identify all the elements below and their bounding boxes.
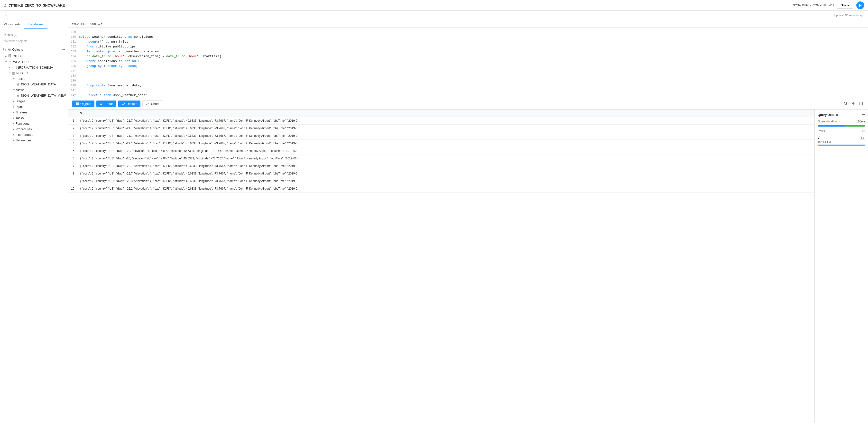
- filter-icon[interactable]: [4, 13, 8, 18]
- code-line-137: 137: [68, 69, 868, 73]
- table-row: 6{ "coco": 2, "country": "US", "dwpt": -…: [68, 155, 814, 162]
- all-objects-label: All Objects: [3, 48, 23, 51]
- chevron-right-icon: ▶: [5, 55, 7, 57]
- procedures-label: Procedures: [16, 127, 32, 131]
- query-details-menu-icon[interactable]: ···: [862, 113, 865, 117]
- fill-progress-inner: [817, 145, 865, 146]
- sidebar-item-pipes[interactable]: ▶ Pipes: [0, 104, 68, 110]
- objects-button[interactable]: Objects: [72, 100, 94, 107]
- download-icon[interactable]: [850, 100, 856, 107]
- app-title-text: CITIBIKE_ZERO_TO_SNOWFLAKE: [8, 3, 65, 7]
- share-button[interactable]: Share: [837, 2, 854, 8]
- tab-databases[interactable]: Databases: [24, 20, 47, 29]
- sidebar-item-stages[interactable]: ▶ Stages: [0, 98, 68, 104]
- query-duration-row: Query duration 165ms: [817, 120, 865, 123]
- chevron-right-icon-procedures: ▶: [13, 128, 14, 130]
- results-table-container[interactable]: V ··· 1{ "coco": 2, "country": "US", "dw…: [68, 110, 814, 423]
- query-details-title: Query Details: [817, 113, 838, 117]
- chevron-right-icon-functions: ▶: [13, 122, 14, 125]
- col-v-name: V { }: [817, 136, 865, 140]
- code-line-132: 132 from citibike.public.trips: [68, 44, 868, 49]
- table-row: 8{ "coco": 2, "country": "US", "dwpt": -…: [68, 170, 814, 177]
- warehouse-label: COMPUTE_WH: [813, 4, 834, 7]
- sidebar-item-streams[interactable]: ▶ Streams: [0, 110, 68, 115]
- sidebar-item-information-schema[interactable]: ▶ ◫ INFORMATION_SCHEMA: [0, 65, 68, 70]
- results-icon: [122, 102, 125, 105]
- all-objects-menu-icon[interactable]: ···: [62, 47, 65, 52]
- chevron-right-icon-stages: ▶: [13, 100, 14, 102]
- sidebar-item-json-weather-data-view[interactable]: ▦ JSON_WEATHER_DATA_VIEW: [0, 93, 68, 98]
- table-row: 2{ "coco": 2, "country": "US", "dwpt": -…: [68, 125, 814, 132]
- chart-icon: [146, 102, 150, 105]
- dropdown-chevron-icon[interactable]: ▾: [66, 4, 68, 7]
- user-dot: [810, 5, 811, 6]
- duration-value: 165ms: [856, 120, 865, 123]
- play-icon: [859, 4, 862, 7]
- topbar: ⌂ CITIBIKE_ZERO_TO_SNOWFLAKE ▾ SYSADMIN …: [0, 0, 868, 11]
- svg-point-13: [844, 102, 846, 104]
- sidebar-item-sequences[interactable]: ▶ Sequences: [0, 138, 68, 143]
- chevron-right-icon-file-formats: ▶: [13, 133, 14, 136]
- sidebar-item-public[interactable]: ▼ ◫ PUBLIC: [0, 70, 68, 76]
- database-icon: 🗄: [8, 54, 11, 58]
- column-menu-icon[interactable]: ···: [809, 112, 811, 115]
- chart-button[interactable]: Chart: [143, 100, 162, 107]
- rows-row: Rows 10: [817, 129, 865, 133]
- view-icon: ▦: [17, 94, 19, 97]
- row-value: { "coco": 2, "country": "US", "dwpt": -2…: [77, 125, 814, 132]
- row-value: { "coco": 2, "country": "US", "dwpt": -2…: [77, 170, 814, 177]
- column-details-section: V { } 100% filled: [817, 136, 865, 146]
- json-weather-data-view-label: JSON_WEATHER_DATA_VIEW: [21, 94, 66, 97]
- chevron-down-icon-public: ▼: [9, 72, 11, 74]
- home-icon[interactable]: ⌂: [4, 3, 7, 8]
- sequences-label: Sequences: [16, 139, 31, 142]
- tasks-label: Tasks: [16, 116, 24, 120]
- col-type-badge: { }: [860, 136, 865, 140]
- code-line-131: 131 ,count(*) as num_trips: [68, 39, 868, 44]
- streams-label: Streams: [16, 111, 27, 114]
- sidebar-item-functions[interactable]: ▶ Functions: [0, 121, 68, 126]
- secondbar: Updated 50 seconds ago: [0, 11, 868, 20]
- code-line-139: 139: [68, 79, 868, 83]
- sidebar-item-json-weather-data[interactable]: ▦ JSON_WEATHER_DATA: [0, 82, 68, 87]
- code-editor[interactable]: 129 130 select weather_conditions as con…: [68, 28, 868, 98]
- results-button[interactable]: Results: [118, 100, 141, 107]
- pipes-label: Pipes: [16, 105, 24, 109]
- chevron-right-icon-streams: ▶: [13, 111, 14, 114]
- chevron-right-icon-tasks: ▶: [13, 117, 14, 119]
- tab-worksheets[interactable]: Worksheets: [0, 20, 24, 29]
- citibike-label: CITIBIKE: [13, 54, 26, 58]
- updated-text: Updated 50 seconds ago: [834, 14, 864, 17]
- functions-label: Functions: [16, 122, 29, 125]
- expand-icon[interactable]: [858, 100, 864, 107]
- sidebar-item-tables[interactable]: ▼ Tables: [0, 76, 68, 82]
- sidebar-item-file-formats[interactable]: ▶ File Formats: [0, 132, 68, 138]
- progress-blue: [817, 125, 846, 126]
- content-area: WEATHER.PUBLIC ▾ 129 130 select weather_…: [68, 20, 868, 423]
- sidebar-item-tasks[interactable]: ▶ Tasks: [0, 115, 68, 121]
- all-objects-row[interactable]: All Objects ···: [0, 46, 68, 53]
- search-results-icon[interactable]: [843, 100, 848, 107]
- sidebar-item-weather[interactable]: ▼ 🗄 WEATHER: [0, 59, 68, 65]
- query-details-panel: Query Details ··· Query duration 165ms R…: [814, 110, 868, 423]
- table-row: 1{ "coco": 2, "country": "US", "dwpt": -…: [68, 117, 814, 125]
- no-pinned-text: No pinned objects: [0, 38, 68, 46]
- row-number: 2: [68, 125, 77, 132]
- editor-breadcrumb[interactable]: WEATHER.PUBLIC ▾: [72, 22, 102, 26]
- fill-progress-bar: [817, 145, 865, 146]
- sidebar: Worksheets Databases Pinned (0) No pinne…: [0, 20, 68, 423]
- run-button[interactable]: [856, 1, 864, 9]
- sidebar-item-views[interactable]: ▼ Views: [0, 87, 68, 93]
- row-value: { "coco": 2, "country": "US", "dwpt": -2…: [77, 162, 814, 170]
- editor-button[interactable]: Editor: [96, 100, 116, 107]
- table-icon: ▦: [17, 83, 19, 86]
- row-value: { "coco": 2, "country": "US", "dwpt": -2…: [77, 132, 814, 140]
- code-line-142: 142 Select * from Json_weather_data;: [68, 93, 868, 98]
- duration-progress-bar: [817, 125, 865, 126]
- code-line-134: 134 on date_trunc('hour', observation_ti…: [68, 54, 868, 59]
- editor-header: WEATHER.PUBLIC ▾: [68, 20, 868, 28]
- database-icon-weather: 🗄: [8, 60, 12, 64]
- sidebar-item-procedures[interactable]: ▶ Procedures: [0, 126, 68, 132]
- sidebar-item-citibike[interactable]: ▶ 🗄 CITIBIKE: [0, 53, 68, 59]
- results-area: V ··· 1{ "coco": 2, "country": "US", "dw…: [68, 110, 868, 423]
